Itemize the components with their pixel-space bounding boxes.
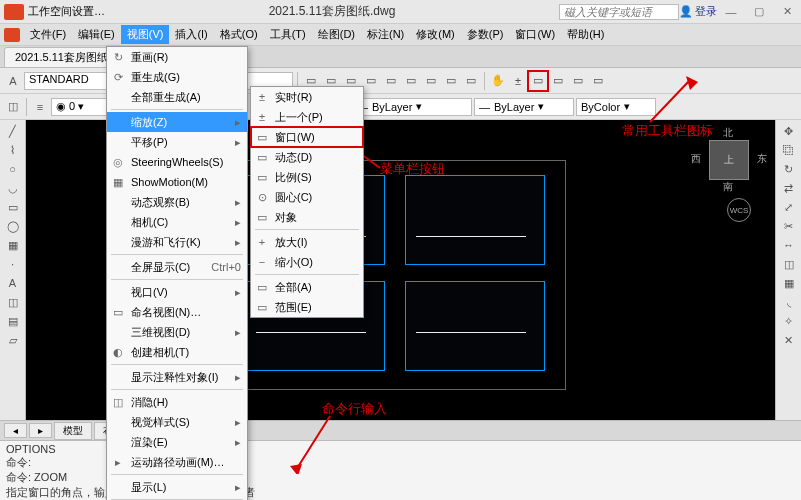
- menu-item[interactable]: ◫消隐(H): [107, 392, 247, 412]
- menu-item[interactable]: 相机(C)▸: [107, 212, 247, 232]
- block-icon[interactable]: ◫: [3, 293, 23, 311]
- menu-tools[interactable]: 工具(T): [264, 25, 312, 44]
- menu-item[interactable]: ⊙圆心(C): [251, 187, 363, 207]
- wcs-icon[interactable]: WCS: [727, 198, 751, 222]
- menu-item-label: 圆心(C): [275, 190, 312, 205]
- menu-item[interactable]: 漫游和飞行(K)▸: [107, 232, 247, 252]
- offset-icon[interactable]: ◫: [779, 255, 799, 273]
- menu-file[interactable]: 文件(F): [24, 25, 72, 44]
- menu-item[interactable]: ↻重画(R): [107, 47, 247, 67]
- tool-icon[interactable]: ▭: [382, 72, 400, 90]
- zoom-window-icon[interactable]: ▭: [529, 72, 547, 90]
- mirror-icon[interactable]: ⇄: [779, 179, 799, 197]
- menu-item[interactable]: 动态观察(B)▸: [107, 192, 247, 212]
- circle-icon[interactable]: ○: [3, 160, 23, 178]
- menu-item[interactable]: ▭比例(S): [251, 167, 363, 187]
- rotate-icon[interactable]: ↻: [779, 160, 799, 178]
- menu-item[interactable]: ▭对象: [251, 207, 363, 227]
- menu-insert[interactable]: 插入(I): [169, 25, 213, 44]
- lineweight-combo[interactable]: — ByLayer ▾: [474, 98, 574, 116]
- trim-icon[interactable]: ✂: [779, 217, 799, 235]
- menu-dimension[interactable]: 标注(N): [361, 25, 410, 44]
- menu-window[interactable]: 窗口(W): [509, 25, 561, 44]
- tool-icon[interactable]: ▭: [402, 72, 420, 90]
- menu-item[interactable]: −缩小(O): [251, 252, 363, 272]
- linetype-combo[interactable]: — ByLayer ▾: [352, 98, 472, 116]
- line-icon[interactable]: ╱: [3, 122, 23, 140]
- menu-item[interactable]: ▭全部(A): [251, 277, 363, 297]
- point-icon[interactable]: ·: [3, 255, 23, 273]
- menu-item[interactable]: ▭范围(E): [251, 297, 363, 317]
- minimize-button[interactable]: —: [717, 6, 745, 18]
- menu-item[interactable]: 视觉样式(S)▸: [107, 412, 247, 432]
- login-link[interactable]: 👤登录: [679, 4, 717, 19]
- explode-icon[interactable]: ✧: [779, 312, 799, 330]
- menu-item[interactable]: 平移(P)▸: [107, 132, 247, 152]
- tab-prev-button[interactable]: ◂: [4, 423, 27, 438]
- menu-draw[interactable]: 绘图(D): [312, 25, 361, 44]
- menu-item[interactable]: 缩放(Z)▸: [107, 112, 247, 132]
- fillet-icon[interactable]: ◟: [779, 293, 799, 311]
- tool-icon[interactable]: ▭: [362, 72, 380, 90]
- menu-item[interactable]: 显示(L)▸: [107, 477, 247, 497]
- menu-item[interactable]: ◎SteeringWheels(S): [107, 152, 247, 172]
- copy-icon[interactable]: ⿻: [779, 141, 799, 159]
- arc-icon[interactable]: ◡: [3, 179, 23, 197]
- plotstyle-combo[interactable]: ByColor ▾: [576, 98, 656, 116]
- menu-item[interactable]: ⟳重生成(G): [107, 67, 247, 87]
- app-icon[interactable]: [4, 28, 20, 42]
- menu-view[interactable]: 视图(V): [121, 25, 170, 44]
- menu-item[interactable]: ▭动态(D): [251, 147, 363, 167]
- tool-icon[interactable]: ▭: [589, 72, 607, 90]
- array-icon[interactable]: ▦: [779, 274, 799, 292]
- tool-icon[interactable]: ◫: [4, 98, 22, 116]
- maximize-button[interactable]: ▢: [745, 5, 773, 18]
- view-cube[interactable]: 北 南 西 东 上: [697, 128, 761, 192]
- menu-item-icon: ±: [255, 111, 269, 123]
- extend-icon[interactable]: ↔: [779, 236, 799, 254]
- menu-modify[interactable]: 修改(M): [410, 25, 461, 44]
- zoom-realtime-icon[interactable]: ±: [509, 72, 527, 90]
- menu-item[interactable]: ▭命名视图(N)…: [107, 302, 247, 322]
- scale-icon[interactable]: ⤢: [779, 198, 799, 216]
- menu-item[interactable]: ▸运动路径动画(M)…: [107, 452, 247, 472]
- text-icon[interactable]: A: [3, 274, 23, 292]
- pline-icon[interactable]: ⌇: [3, 141, 23, 159]
- menu-format[interactable]: 格式(O): [214, 25, 264, 44]
- menu-item[interactable]: +放大(I): [251, 232, 363, 252]
- menu-item[interactable]: 视口(V)▸: [107, 282, 247, 302]
- menu-help[interactable]: 帮助(H): [561, 25, 610, 44]
- close-button[interactable]: ✕: [773, 5, 801, 18]
- menu-item[interactable]: 三维视图(D)▸: [107, 322, 247, 342]
- menu-item[interactable]: 渲染(E)▸: [107, 432, 247, 452]
- tool-icon[interactable]: ▭: [569, 72, 587, 90]
- table-icon[interactable]: ▤: [3, 312, 23, 330]
- layer-icon[interactable]: ≡: [31, 98, 49, 116]
- rect-icon[interactable]: ▭: [3, 198, 23, 216]
- dim-icon[interactable]: A: [4, 72, 22, 90]
- menu-item[interactable]: 全屏显示(C)Ctrl+0: [107, 257, 247, 277]
- menu-item[interactable]: ±实时(R): [251, 87, 363, 107]
- menu-item[interactable]: ▦ShowMotion(M): [107, 172, 247, 192]
- erase-icon[interactable]: ✕: [779, 331, 799, 349]
- menu-param[interactable]: 参数(P): [461, 25, 510, 44]
- menu-item[interactable]: ◐创建相机(T): [107, 342, 247, 362]
- menu-item[interactable]: 显示注释性对象(I)▸: [107, 367, 247, 387]
- menu-item[interactable]: 全部重生成(A): [107, 87, 247, 107]
- workspace-dropdown[interactable]: 工作空间设置…: [28, 4, 105, 19]
- tool-icon[interactable]: ▭: [442, 72, 460, 90]
- ellipse-icon[interactable]: ◯: [3, 217, 23, 235]
- menu-edit[interactable]: 编辑(E): [72, 25, 121, 44]
- menu-item[interactable]: ▭窗口(W): [251, 127, 363, 147]
- tool-icon[interactable]: ▭: [462, 72, 480, 90]
- pan-icon[interactable]: ✋: [489, 72, 507, 90]
- search-input[interactable]: [559, 4, 679, 20]
- model-tab[interactable]: 模型: [54, 422, 92, 440]
- region-icon[interactable]: ▱: [3, 331, 23, 349]
- zoom-prev-icon[interactable]: ▭: [549, 72, 567, 90]
- menu-item[interactable]: ±上一个(P): [251, 107, 363, 127]
- hatch-icon[interactable]: ▦: [3, 236, 23, 254]
- tool-icon[interactable]: ▭: [422, 72, 440, 90]
- tab-next-button[interactable]: ▸: [29, 423, 52, 438]
- move-icon[interactable]: ✥: [779, 122, 799, 140]
